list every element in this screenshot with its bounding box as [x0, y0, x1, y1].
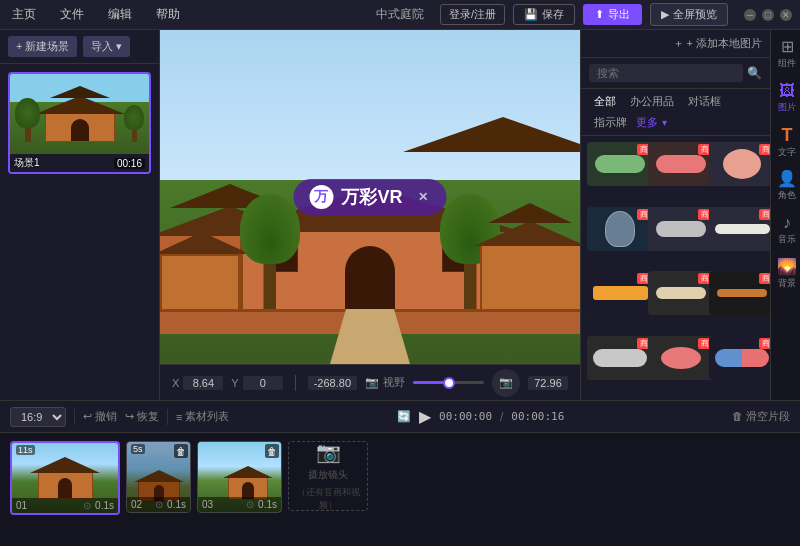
- camera-control: 📷 视野: [365, 375, 405, 390]
- export-label: 导出: [608, 7, 630, 22]
- new-scene-button[interactable]: + 新建场景: [8, 36, 77, 57]
- add-clip-label: 摄放镜头: [308, 468, 348, 482]
- search-icon[interactable]: 🔍: [747, 66, 762, 80]
- add-clip-button[interactable]: 📷 摄放镜头 （还有音画和视频）: [288, 441, 368, 511]
- maximize-button[interactable]: □: [762, 9, 774, 21]
- filter-all[interactable]: 全部: [589, 93, 621, 110]
- filter-more[interactable]: 更多: [636, 115, 658, 130]
- scene-item[interactable]: 场景1 00:16: [8, 72, 151, 174]
- menu-edit[interactable]: 编辑: [104, 4, 136, 25]
- component-label: 组件: [778, 57, 796, 70]
- clip-info-3: 03 ⊙ 0.1s: [198, 497, 281, 512]
- watermark: 万 万彩VR ✕: [293, 179, 446, 215]
- material-4[interactable]: 商: [587, 207, 653, 251]
- clip-time-1: 0.1s: [95, 500, 114, 511]
- clip-1[interactable]: 01 ⊙ 0.1s 11s: [10, 441, 120, 515]
- material-11[interactable]: 商: [648, 336, 714, 380]
- save-button[interactable]: 💾 保存: [513, 4, 575, 25]
- clip-3[interactable]: 🗑 03 ⊙ 0.1s: [197, 441, 282, 513]
- sidebar-icon-image[interactable]: 🖼 图片: [771, 82, 800, 114]
- y-label: Y: [231, 377, 238, 389]
- slider-thumb[interactable]: [443, 377, 455, 389]
- material-3[interactable]: 商: [709, 142, 770, 186]
- preview-button[interactable]: ▶ 全屏预览: [650, 3, 728, 26]
- sidebar-icon-music[interactable]: ♪ 音乐: [771, 214, 800, 246]
- menu-home[interactable]: 主页: [8, 4, 40, 25]
- sidebar-icon-background[interactable]: 🌄 背景: [771, 258, 800, 290]
- x-value[interactable]: 8.64: [183, 376, 223, 390]
- zoom-value[interactable]: 72.96: [528, 376, 568, 390]
- redo-button[interactable]: ↪ 恢复: [125, 409, 159, 424]
- preview-icon: ▶: [661, 8, 669, 21]
- clip-time-2: 0.1s: [167, 499, 186, 510]
- material-list-toggle[interactable]: ≡ 素材列表: [176, 409, 229, 424]
- undo-icon: ↩: [83, 410, 92, 423]
- menu-file[interactable]: 文件: [56, 4, 88, 25]
- login-button[interactable]: 登录/注册: [440, 4, 505, 25]
- loop-button[interactable]: 🔄: [397, 410, 411, 423]
- clear-label: 滑空片段: [746, 410, 790, 422]
- text-label: 文字: [778, 146, 796, 159]
- y-control: Y 0: [231, 376, 282, 390]
- slider-track[interactable]: [413, 381, 484, 384]
- material-6[interactable]: 商: [709, 207, 770, 251]
- plus-icon: ＋: [673, 36, 684, 51]
- window-controls: ─ □ ✕: [744, 9, 792, 21]
- filter-dialog[interactable]: 对话框: [683, 93, 726, 110]
- material-12[interactable]: 商: [709, 336, 770, 380]
- right-sidebar: ⊞ 组件 🖼 图片 T 文字 👤 角色 ♪ 音乐 🌄 背景: [770, 30, 800, 400]
- sidebar-icon-character[interactable]: 👤 角色: [771, 170, 800, 202]
- image-icon: 🖼: [779, 83, 795, 99]
- clip-num-2: 02: [131, 499, 142, 510]
- left-wing: [160, 254, 240, 314]
- menu-items: 主页 文件 编辑 帮助: [8, 4, 184, 25]
- material-1[interactable]: 商: [587, 142, 653, 186]
- play-button[interactable]: ▶: [419, 407, 431, 426]
- filter-sign[interactable]: 指示牌: [589, 114, 632, 131]
- zoom-slider[interactable]: [413, 381, 484, 384]
- clip-row-1: 01 ⊙ 0.1s 11s: [10, 441, 120, 538]
- camera-button[interactable]: 📷: [492, 369, 520, 397]
- separator2: [167, 409, 168, 425]
- menu-help[interactable]: 帮助: [152, 4, 184, 25]
- add-local-button[interactable]: ＋ + 添加本地图片: [673, 36, 762, 51]
- sidebar-icon-component[interactable]: ⊞ 组件: [771, 38, 800, 70]
- close-button[interactable]: ✕: [780, 9, 792, 21]
- list-icon: ≡: [176, 411, 182, 423]
- image-label: 图片: [778, 101, 796, 114]
- sidebar-icon-text[interactable]: T 文字: [771, 126, 800, 158]
- undo-button[interactable]: ↩ 撤销: [83, 409, 117, 424]
- materials-panel: ＋ + 添加本地图片 🔍 全部 办公用品 对话框 指示牌 更多 ▾: [581, 30, 770, 400]
- x-label: X: [172, 377, 179, 389]
- ratio-select[interactable]: 16:9: [10, 407, 66, 427]
- import-button[interactable]: 导入 ▾: [83, 36, 130, 57]
- search-input[interactable]: [589, 64, 743, 82]
- filter-office[interactable]: 办公用品: [625, 93, 679, 110]
- clear-button[interactable]: 🗑 滑空片段: [732, 409, 790, 424]
- close-watermark-button[interactable]: ✕: [415, 189, 431, 205]
- material-7[interactable]: 商: [587, 271, 653, 315]
- eye-icon-3: ⊙: [246, 499, 254, 510]
- material-5[interactable]: 商: [648, 207, 714, 251]
- clip-2[interactable]: 🗑 02 ⊙ 0.1s 5s: [126, 441, 191, 513]
- material-10[interactable]: 商: [587, 336, 653, 380]
- delete-clip-2[interactable]: 🗑: [174, 444, 188, 458]
- offset-value[interactable]: -268.80: [308, 376, 357, 390]
- scene-thumbnail: [10, 74, 149, 154]
- export-button[interactable]: ⬆ 导出: [583, 4, 642, 25]
- text-icon: T: [782, 126, 793, 144]
- material-8[interactable]: 商: [648, 271, 714, 315]
- canvas-main[interactable]: 万 万彩VR ✕: [160, 30, 580, 364]
- delete-clip-3[interactable]: 🗑: [265, 444, 279, 458]
- eye-icon-2: ⊙: [155, 499, 163, 510]
- redo-label: 恢复: [137, 409, 159, 424]
- minimize-button[interactable]: ─: [744, 9, 756, 21]
- y-value[interactable]: 0: [243, 376, 283, 390]
- clip-row-3: 🗑 03 ⊙ 0.1s: [197, 441, 282, 538]
- material-9[interactable]: 商: [709, 271, 770, 315]
- background-icon: 🌄: [777, 259, 797, 275]
- left-tree-foliage: [240, 194, 300, 264]
- header-actions: 登录/注册 💾 保存 ⬆ 导出 ▶ 全屏预览 ─ □ ✕: [440, 3, 792, 26]
- material-2[interactable]: 商: [648, 142, 714, 186]
- chevron-down-icon: ▾: [116, 40, 122, 53]
